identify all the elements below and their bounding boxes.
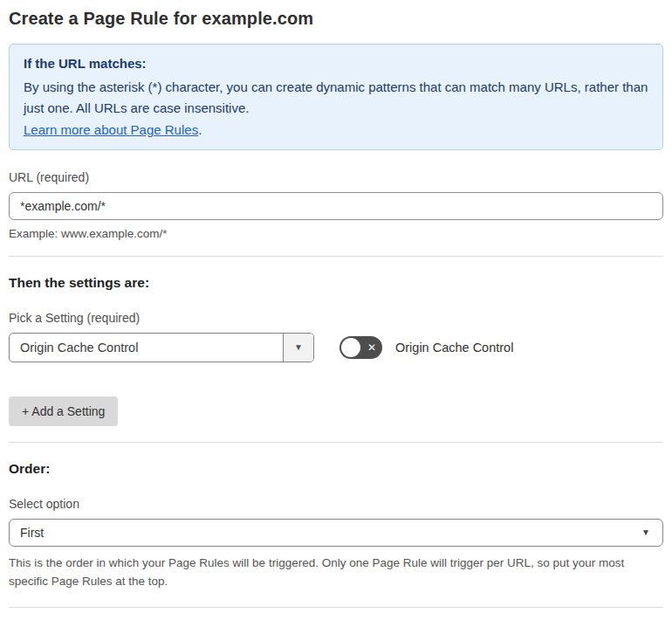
settings-section-heading: Then the settings are: xyxy=(9,275,663,291)
url-field-group: URL (required) Example: www.example.com/… xyxy=(9,170,663,240)
divider xyxy=(9,607,663,608)
chevron-down-icon: ▼ xyxy=(294,342,303,352)
learn-more-link[interactable]: Learn more about Page Rules xyxy=(24,122,198,137)
pick-setting-label: Pick a Setting (required) xyxy=(9,311,663,325)
setting-row: Origin Cache Control ▼ ✕ Origin Cache Co… xyxy=(9,333,663,362)
info-box-heading: If the URL matches: xyxy=(24,56,648,71)
link-suffix: . xyxy=(198,122,202,137)
page-title: Create a Page Rule for example.com xyxy=(9,9,663,29)
url-field-label: URL (required) xyxy=(9,170,663,184)
page-rule-form: Create a Page Rule for example.com If th… xyxy=(0,0,672,620)
add-setting-button[interactable]: + Add a Setting xyxy=(9,396,118,426)
url-input[interactable] xyxy=(9,192,663,220)
toggle-off-x-icon: ✕ xyxy=(367,336,376,359)
setting-select[interactable]: Origin Cache Control ▼ xyxy=(9,333,314,362)
setting-select-caret-button[interactable]: ▼ xyxy=(283,334,313,362)
info-box-link-line: Learn more about Page Rules. xyxy=(24,122,648,137)
url-field-example: Example: www.example.com/* xyxy=(9,227,663,240)
divider xyxy=(9,256,663,257)
toggle-label: Origin Cache Control xyxy=(395,341,513,355)
order-select-value: First xyxy=(20,526,641,540)
info-box-body: By using the asterisk (*) character, you… xyxy=(24,77,648,120)
order-select-label: Select option xyxy=(9,497,663,511)
order-help-text: This is the order in which your Page Rul… xyxy=(9,554,655,591)
url-match-info-box: If the URL matches: By using the asteris… xyxy=(9,44,663,150)
chevron-down-icon: ▼ xyxy=(641,527,650,537)
order-select[interactable]: First ▼ xyxy=(9,519,663,547)
toggle-knob xyxy=(341,338,360,357)
setting-select-value: Origin Cache Control xyxy=(10,334,283,362)
origin-cache-control-toggle[interactable]: ✕ xyxy=(339,336,382,359)
divider xyxy=(9,442,663,443)
order-section-heading: Order: xyxy=(9,461,663,477)
